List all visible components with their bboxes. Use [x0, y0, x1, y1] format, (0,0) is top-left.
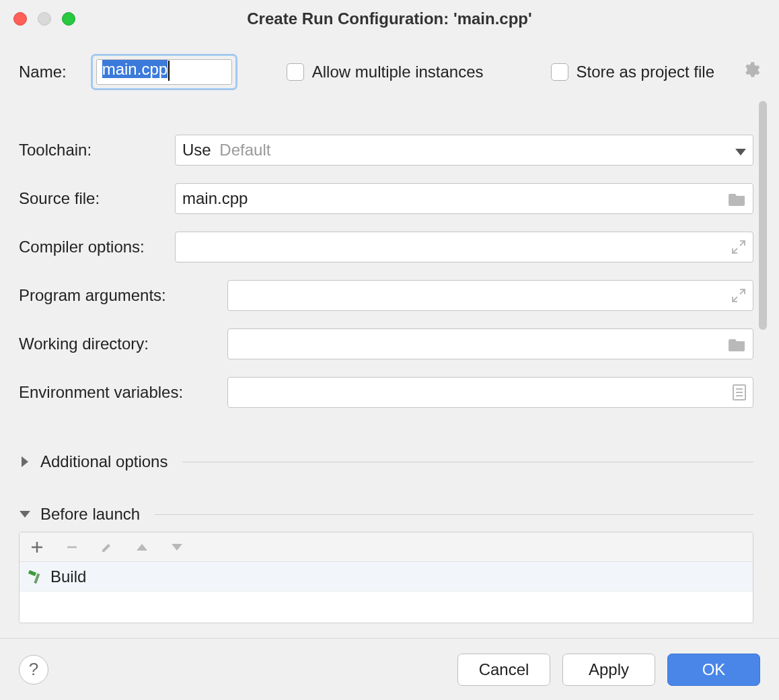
working-directory-input[interactable] — [227, 328, 753, 359]
environment-variables-input[interactable] — [227, 377, 753, 408]
list-icon[interactable] — [733, 384, 746, 400]
cancel-button-label: Cancel — [479, 660, 529, 679]
allow-multiple-label: Allow multiple instances — [312, 63, 484, 81]
form-grid: Toolchain: Use Default Source file: main… — [19, 108, 753, 630]
store-project-label: Store as project file — [577, 63, 714, 81]
text-caret — [168, 61, 170, 81]
browse-folder-icon[interactable] — [729, 191, 746, 206]
apply-button-label: Apply — [589, 660, 629, 679]
name-input-value: main.cpp — [102, 60, 168, 78]
chevron-down-icon — [19, 511, 31, 518]
add-task-button[interactable] — [29, 539, 45, 555]
minimize-window-button[interactable] — [38, 12, 51, 26]
titlebar: Create Run Configuration: 'main.cpp' — [0, 0, 779, 38]
name-input-focus-ring: main.cpp — [91, 54, 237, 90]
environment-variables-label: Environment variables: — [19, 383, 227, 402]
expand-icon[interactable] — [731, 288, 746, 303]
hammer-icon — [26, 568, 44, 586]
dialog-window: Create Run Configuration: 'main.cpp' Nam… — [0, 0, 779, 700]
window-controls — [13, 12, 75, 26]
compiler-options-input[interactable] — [175, 232, 753, 262]
toolchain-select[interactable]: Use Default — [175, 135, 753, 166]
section-divider — [155, 514, 753, 515]
before-launch-toolbar — [20, 532, 753, 562]
help-button-label: ? — [29, 659, 38, 680]
source-file-label: Source file: — [19, 189, 175, 208]
section-divider — [182, 462, 753, 462]
toolchain-prefix: Use — [182, 141, 211, 159]
scrollbar-thumb[interactable] — [759, 101, 767, 330]
chevron-down-icon — [735, 141, 746, 160]
program-arguments-label: Program arguments: — [19, 286, 227, 305]
name-input[interactable]: main.cpp — [96, 59, 232, 85]
close-window-button[interactable] — [13, 12, 27, 26]
source-file-input[interactable]: main.cpp — [175, 183, 753, 214]
maximize-window-button[interactable] — [62, 12, 75, 26]
before-launch-list[interactable]: Build — [20, 562, 753, 623]
before-launch-section: Before launch — [19, 505, 753, 623]
remove-task-button[interactable] — [64, 539, 80, 555]
before-launch-item-label: Build — [50, 567, 86, 586]
apply-button[interactable]: Apply — [562, 654, 655, 686]
cancel-button[interactable]: Cancel — [457, 654, 550, 686]
ok-button[interactable]: OK — [667, 654, 760, 686]
content-area: Toolchain: Use Default Source file: main… — [19, 108, 753, 638]
name-row: Name: main.cpp Allow multiple instances … — [0, 38, 779, 90]
additional-options-header[interactable]: Additional options — [19, 452, 753, 471]
program-arguments-input[interactable] — [227, 280, 753, 311]
before-launch-header[interactable]: Before launch — [19, 505, 753, 524]
bottom-bar: ? Cancel Apply OK — [0, 638, 779, 700]
toolchain-value: Default — [219, 141, 270, 159]
toolchain-label: Toolchain: — [19, 141, 175, 160]
list-item[interactable]: Build — [20, 562, 753, 592]
before-launch-title: Before launch — [40, 505, 140, 524]
expand-icon[interactable] — [731, 240, 746, 254]
allow-multiple-checkbox-group[interactable]: Allow multiple instances — [287, 63, 484, 81]
name-label: Name: — [19, 63, 67, 81]
compiler-options-label: Compiler options: — [19, 238, 175, 256]
move-up-button[interactable] — [134, 539, 150, 555]
dialog-title: Create Run Configuration: 'main.cpp' — [0, 9, 779, 28]
browse-folder-icon[interactable] — [729, 337, 746, 351]
move-down-button[interactable] — [169, 539, 185, 555]
additional-options-title: Additional options — [40, 452, 168, 471]
allow-multiple-checkbox[interactable] — [287, 63, 304, 81]
edit-task-button[interactable] — [99, 539, 115, 555]
help-button[interactable]: ? — [19, 655, 48, 685]
additional-options-section: Additional options — [19, 452, 753, 471]
source-file-value: main.cpp — [182, 189, 248, 208]
before-launch-panel: Build — [19, 532, 753, 623]
ok-button-label: OK — [702, 660, 726, 679]
store-project-checkbox-group[interactable]: Store as project file — [551, 63, 714, 81]
store-project-checkbox[interactable] — [551, 63, 568, 81]
working-directory-label: Working directory: — [19, 335, 227, 353]
gear-icon[interactable] — [741, 61, 760, 83]
chevron-right-icon — [19, 456, 31, 467]
vertical-scrollbar[interactable] — [759, 101, 767, 633]
